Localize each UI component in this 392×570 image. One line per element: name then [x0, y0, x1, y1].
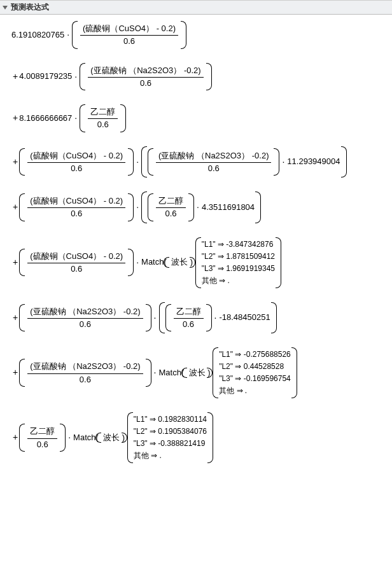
match-keyword: Match — [141, 257, 164, 267]
paren-arg: ( 波长 ) — [95, 433, 127, 443]
coefficient: 4.3511691804 — [202, 202, 255, 212]
coefficient: 4.0089179235 — [19, 71, 72, 81]
expression-term: + (硫酸铜（CuSO4） - 0.2) 0.6 · 乙二醇 — [11, 191, 388, 223]
prediction-expression: 6.1910820765 · (硫酸铜（CuSO4） - 0.2) 0.6 + … — [0, 15, 392, 490]
fraction: (硫酸铜（CuSO4） - 0.2) 0.6 — [25, 195, 127, 219]
paren-group: (亚硫酸钠 （Na2S2O3） -0.2) 0.6 — [19, 304, 151, 332]
match-cases: "L1" ⇒ -0.275688526 "L2" ⇒ 0.44528528 "L… — [213, 347, 297, 398]
plus-op: + — [11, 367, 19, 379]
paren-group: (硫酸铜（CuSO4） - 0.2) 0.6 — [19, 193, 134, 221]
multiply-dot: · — [134, 156, 141, 168]
expression-term: + (亚硫酸钠 （Na2S2O3） -0.2) 0.6 · Match ( 波长… — [11, 347, 388, 398]
match-cases: "L1" ⇒ 0.1982830114 "L2" ⇒ 0.1905384076 … — [127, 412, 213, 463]
multiply-dot: · — [212, 312, 220, 324]
paren-group-inner: 乙二醇 0.6 — [148, 193, 194, 221]
multiply-dot: · — [64, 29, 72, 41]
fraction: 乙二醇 0.6 — [25, 426, 59, 450]
multiply-dot: · — [151, 367, 159, 379]
multiply-dot: · — [279, 156, 287, 168]
plus-op: + — [11, 312, 19, 324]
plus-op: + — [11, 432, 19, 443]
fraction: (硫酸铜（CuSO4） - 0.2) 0.6 — [25, 251, 127, 275]
match-cases: "L1" ⇒ -3.847342876 "L2" ⇒ 1.8781509412 … — [195, 237, 281, 288]
multiply-dot: · — [134, 257, 141, 268]
expression-term: + (亚硫酸钠 （Na2S2O3） -0.2) 0.6 · 乙二醇 — [11, 302, 388, 334]
paren-group: (硫酸铜（CuSO4） - 0.2) 0.6 — [19, 249, 134, 277]
match-keyword: Match — [73, 433, 95, 443]
fraction: (亚硫酸钠 （Na2S2O3） -0.2) 0.6 — [86, 65, 205, 89]
expression-term: + 8.1666666667 · 乙二醇 0.6 — [11, 104, 388, 132]
match-keyword: Match — [159, 368, 181, 378]
paren-group: 乙二醇 0.6 · 4.3511691804 — [141, 191, 261, 223]
fraction: (亚硫酸钠 （Na2S2O3） -0.2) 0.6 — [25, 361, 144, 385]
paren-group: (亚硫酸钠 （Na2S2O3） -0.2) 0.6 · 11.293949004 — [141, 146, 346, 178]
paren-group: 乙二醇 0.6 — [19, 424, 66, 452]
coefficient: -18.48450251 — [219, 312, 270, 323]
paren-group: (硫酸铜（CuSO4） - 0.2) 0.6 — [72, 21, 186, 49]
expression-term: + 乙二醇 0.6 · Match ( 波长 ) "L1" ⇒ 0.198283… — [11, 412, 388, 463]
paren-group: (硫酸铜（CuSO4） - 0.2) 0.6 — [19, 148, 134, 176]
expression-term: + (硫酸铜（CuSO4） - 0.2) 0.6 · Match ( 波长 ) … — [11, 237, 388, 288]
plus-op: + — [11, 113, 19, 124]
plus-op: + — [11, 71, 19, 83]
expression-term: 6.1910820765 · (硫酸铜（CuSO4） - 0.2) 0.6 — [11, 21, 388, 49]
fraction: (硫酸铜（CuSO4） - 0.2) 0.6 — [25, 150, 127, 174]
plus-op: + — [11, 257, 19, 268]
fraction: (亚硫酸钠 （Na2S2O3） -0.2) 0.6 — [25, 306, 144, 330]
paren-group-inner: (亚硫酸钠 （Na2S2O3） -0.2) 0.6 — [148, 148, 279, 176]
paren-group-inner: 乙二醇 0.6 — [165, 304, 212, 332]
multiply-dot: · — [134, 202, 141, 213]
plus-op: + — [11, 156, 19, 168]
fraction: (亚硫酸钠 （Na2S2O3） -0.2) 0.6 — [154, 150, 273, 174]
paren-arg: ( 波长 ) — [181, 368, 213, 378]
paren-arg: ( 波长 ) — [164, 257, 195, 267]
fraction: (硫酸铜（CuSO4） - 0.2) 0.6 — [78, 23, 180, 47]
multiply-dot: · — [66, 432, 73, 443]
fraction: 乙二醇 0.6 — [86, 106, 120, 130]
section-title: 预测表达式 — [11, 2, 49, 13]
multiply-dot: · — [72, 113, 80, 124]
coefficient: 8.1666666667 — [19, 113, 72, 123]
multiply-dot: · — [151, 312, 159, 324]
paren-group: 乙二醇 0.6 · -18.48450251 — [159, 302, 277, 334]
expression-term: + 4.0089179235 · (亚硫酸钠 （Na2S2O3） -0.2) 0… — [11, 63, 388, 91]
paren-group: (亚硫酸钠 （Na2S2O3） -0.2) 0.6 — [19, 359, 151, 387]
plus-op: + — [11, 202, 19, 213]
fraction: 乙二醇 0.6 — [172, 306, 206, 330]
multiply-dot: · — [72, 71, 80, 83]
paren-group: 乙二醇 0.6 — [80, 104, 126, 132]
multiply-dot: · — [194, 202, 202, 213]
fraction: 乙二醇 0.6 — [154, 195, 188, 219]
expression-term: + (硫酸铜（CuSO4） - 0.2) 0.6 · (亚硫酸钠 （Na2S2O… — [11, 146, 388, 178]
coefficient: 6.1910820765 — [11, 30, 64, 40]
expand-triangle-icon[interactable] — [3, 6, 8, 10]
paren-group: (亚硫酸钠 （Na2S2O3） -0.2) 0.6 — [80, 63, 211, 91]
coefficient: 11.293949004 — [287, 156, 340, 167]
section-header[interactable]: 预测表达式 — [0, 0, 392, 15]
